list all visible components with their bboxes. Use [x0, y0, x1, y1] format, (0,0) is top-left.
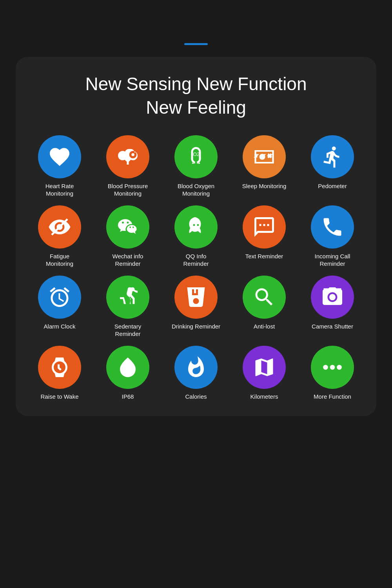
alarm-label: Alarm Clock [44, 323, 76, 330]
fatigue-icon [38, 205, 81, 249]
feature-ip68: IP68 [96, 346, 160, 401]
calories-label: Calories [185, 393, 207, 401]
qq-icon [174, 205, 218, 249]
drinking-label: Drinking Reminder [172, 323, 220, 330]
sleep-icon [243, 135, 286, 178]
camera-label: Camera Shutter [312, 323, 353, 330]
feature-wechat: Wechat infoReminder [96, 205, 160, 268]
svg-point-7 [337, 365, 342, 370]
feature-pedometer: Pedometer [300, 135, 365, 198]
blood-oxygen-label: Blood OxygenMonitoring [178, 182, 214, 198]
ip68-icon [106, 346, 149, 389]
features-grid: Heart RateMonitoringBlood PressureMonito… [27, 135, 365, 401]
feature-call: Incoming CallReminder [300, 205, 365, 268]
svg-point-5 [323, 365, 328, 370]
call-icon [311, 205, 354, 249]
card-title: New Sensing New FunctionNew Feeling [85, 73, 307, 120]
feature-kilometers: Kilometers [232, 346, 296, 401]
qq-label: QQ InfoReminder [183, 252, 209, 268]
blood-pressure-label: Blood PressureMonitoring [108, 182, 148, 198]
anti-lost-label: Anti-lost [254, 323, 275, 330]
feature-blood-pressure: Blood PressureMonitoring [96, 135, 160, 198]
sedentary-label: SedentaryReminder [114, 323, 141, 338]
wechat-icon [106, 205, 149, 249]
feature-heart-rate: Heart RateMonitoring [27, 135, 92, 198]
feature-raise-wake: Raise to Wake [27, 346, 92, 401]
features-card: New Sensing New FunctionNew Feeling Hear… [16, 57, 376, 416]
blood-oxygen-icon: O2 [174, 135, 218, 178]
ip68-label: IP68 [122, 393, 134, 401]
text-icon [243, 205, 286, 249]
calories-icon [174, 346, 218, 389]
call-label: Incoming CallReminder [315, 252, 350, 268]
pedometer-icon [311, 135, 354, 178]
feature-alarm: Alarm Clock [27, 276, 92, 338]
kilometers-label: Kilometers [250, 393, 278, 401]
page-header [188, 0, 204, 35]
svg-point-6 [330, 365, 335, 370]
feature-fatigue: FatigueMonitoring [27, 205, 92, 268]
sleep-label: Sleep Monitoring [242, 182, 287, 190]
more-label: More Function [314, 393, 351, 401]
wechat-label: Wechat infoReminder [113, 252, 143, 268]
feature-more: More Function [300, 346, 365, 401]
feature-calories: Calories [164, 346, 228, 401]
svg-point-0 [131, 153, 134, 156]
svg-text:O2: O2 [193, 151, 200, 157]
raise-wake-icon [38, 346, 81, 389]
blue-divider [184, 43, 208, 45]
raise-wake-label: Raise to Wake [41, 393, 79, 401]
feature-text: Text Reminder [232, 205, 296, 268]
drinking-icon [174, 276, 218, 319]
svg-point-1 [120, 153, 125, 158]
more-icon [311, 346, 354, 389]
fatigue-label: FatigueMonitoring [46, 252, 73, 268]
feature-anti-lost: Anti-lost [232, 276, 296, 338]
camera-icon [311, 276, 354, 319]
feature-qq: QQ InfoReminder [164, 205, 228, 268]
text-label: Text Reminder [245, 252, 283, 260]
feature-sleep: Sleep Monitoring [232, 135, 296, 198]
heart-rate-label: Heart RateMonitoring [45, 182, 74, 198]
alarm-icon [38, 276, 81, 319]
kilometers-icon [243, 346, 286, 389]
feature-camera: Camera Shutter [300, 276, 365, 338]
blood-pressure-icon [106, 135, 149, 178]
feature-drinking: Drinking Reminder [164, 276, 228, 338]
anti-lost-icon [243, 276, 286, 319]
feature-blood-oxygen: O2Blood OxygenMonitoring [164, 135, 228, 198]
pedometer-label: Pedometer [318, 182, 347, 190]
sedentary-icon [106, 276, 149, 319]
feature-sedentary: SedentaryReminder [96, 276, 160, 338]
heart-rate-icon [38, 135, 81, 178]
